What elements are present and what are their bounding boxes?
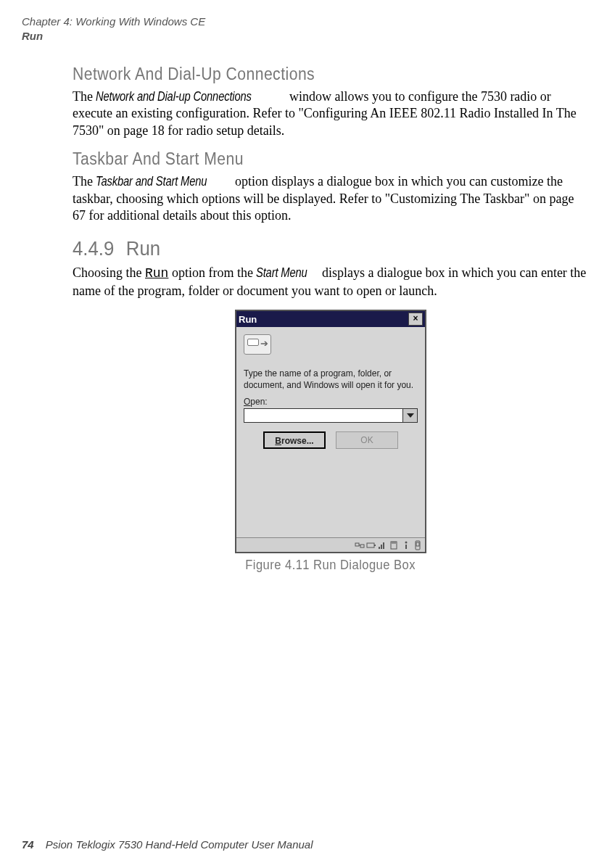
section-title-run: 4.4.9Run (73, 237, 548, 260)
svg-rect-2 (360, 545, 364, 547)
run-icon (244, 334, 271, 355)
paragraph-taskbar: The Taskbar and Start Menu option displa… (73, 173, 589, 224)
svg-rect-8 (383, 542, 384, 549)
section-title-network: Network And Dial-Up Connections (73, 65, 548, 84)
paragraph-network: The Network and Dial-up Connections wind… (73, 88, 589, 139)
battery-icon (366, 540, 376, 550)
footer-text: Psion Teklogix 7530 Hand-Held Computer U… (46, 838, 313, 851)
svg-rect-14 (405, 545, 407, 549)
svg-rect-7 (381, 545, 382, 549)
open-combobox[interactable] (244, 408, 418, 423)
system-tray (236, 537, 425, 552)
svg-rect-5 (374, 545, 376, 546)
ok-button[interactable]: OK (336, 431, 398, 449)
svg-rect-6 (379, 547, 380, 549)
dialog-title: Run (239, 314, 257, 325)
page-footer: 74Psion Teklogix 7530 Hand-Held Computer… (22, 838, 313, 851)
run-dialog-window: Run × Type the name of a program, folder… (235, 310, 426, 553)
svg-rect-16 (416, 542, 419, 546)
browse-button[interactable]: Browse... (263, 431, 326, 449)
svg-point-13 (405, 541, 408, 543)
section-title-taskbar: Taskbar And Start Menu (73, 149, 548, 169)
figure-caption: Figure 4.11 Run Dialogue Box (246, 558, 416, 573)
page-header: Chapter 4: Working With Windows CE Run (22, 15, 589, 43)
emphasis-start-menu: Start Menu (256, 265, 307, 281)
network-icon (355, 540, 365, 550)
svg-marker-0 (407, 413, 414, 418)
close-button[interactable]: × (408, 313, 423, 326)
paragraph-run: Choosing the Run option from the Start M… (73, 265, 589, 299)
emphasis-taskbar-menu: Taskbar and Start Menu (96, 173, 207, 190)
card-icon (389, 540, 400, 550)
dialog-prompt-text: Type the name of a program, folder, or d… (244, 368, 418, 391)
dialog-titlebar: Run × (236, 311, 425, 327)
open-input[interactable] (244, 408, 403, 423)
info-icon (401, 540, 411, 550)
emphasis-net-connections: Network and Dial-up Connections (96, 88, 252, 105)
chapter-line: Chapter 4: Working With Windows CE (22, 15, 589, 29)
svg-rect-4 (367, 543, 374, 547)
run-option-text: Run (145, 266, 168, 281)
signal-icon (378, 540, 388, 550)
svg-rect-1 (355, 543, 359, 546)
header-sub-line: Run (22, 29, 589, 44)
page-number: 74 (22, 838, 34, 851)
dropdown-arrow-icon[interactable] (403, 408, 418, 423)
device-icon (413, 540, 423, 550)
open-label: Open: (244, 397, 418, 407)
